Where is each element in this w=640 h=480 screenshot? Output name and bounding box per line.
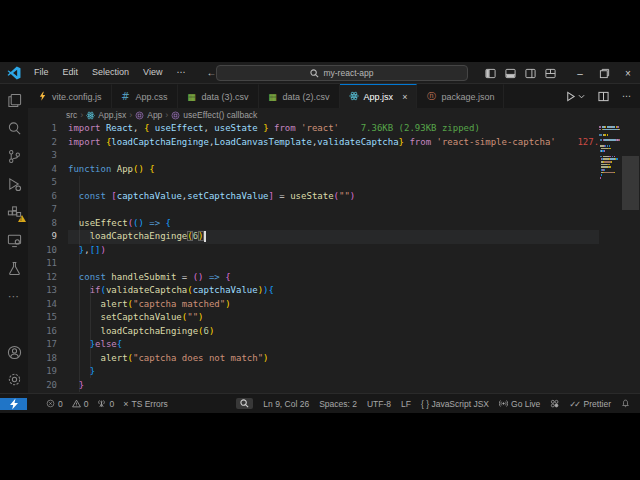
menu-selection[interactable]: Selection <box>85 62 136 83</box>
restore-button[interactable] <box>592 62 616 84</box>
activity-source-control-icon[interactable] <box>6 148 23 164</box>
notifications-bell[interactable] <box>621 399 630 408</box>
cursor-position-indicator[interactable]: Ln 9, Col 26 <box>263 399 309 409</box>
search-status[interactable] <box>236 398 253 409</box>
code-line-10[interactable]: },[]) <box>68 244 640 258</box>
line-number: 19 <box>28 365 68 379</box>
line-number: 3 <box>28 149 68 163</box>
go-live-button[interactable]: Go Live <box>499 399 540 409</box>
ports-indicator[interactable]: 0 <box>97 399 114 409</box>
tab-label: App.jsx <box>364 92 394 102</box>
menu-[interactable]: ⋯ <box>169 62 192 83</box>
tab-data-3-csv[interactable]: ▦data (3).csv <box>178 84 259 108</box>
more-actions-button[interactable]: ⋯ <box>622 91 632 101</box>
run-button[interactable] <box>565 91 585 102</box>
warnings-indicator[interactable]: 0 <box>72 399 89 409</box>
line-number: 14 <box>28 298 68 312</box>
run-and-debug <box>7 177 22 192</box>
code-line-5[interactable] <box>68 176 640 190</box>
tab-app-jsx[interactable]: App.jsx× <box>340 84 418 108</box>
warning-icon <box>72 399 81 408</box>
scrollbar-thumb[interactable] <box>622 156 639 210</box>
encoding-indicator[interactable]: UTF-8 <box>367 399 391 409</box>
errors-indicator[interactable]: 0 <box>46 399 63 409</box>
line-number: 4 <box>28 163 68 177</box>
line-number: 21 <box>28 392 68 393</box>
close-button[interactable]: × <box>616 62 640 84</box>
activity-run-and-debug-icon[interactable] <box>6 176 23 192</box>
ts-errors-indicator[interactable]: ×TS Errors <box>123 399 168 409</box>
code-line-8[interactable]: useEffect(() => { <box>68 217 640 231</box>
code-line-2[interactable]: import {loadCaptchaEnginge,LoadCanvasTem… <box>68 136 640 150</box>
toggle-secondary-sidebar-icon[interactable] <box>525 68 536 79</box>
menu-edit[interactable]: Edit <box>56 62 86 83</box>
nav-back-button[interactable]: ← <box>206 67 216 78</box>
code-line-13[interactable]: if(validateCaptcha(captchaValue)){ <box>68 284 640 298</box>
code-line-18[interactable]: alert("captcha does not match") <box>68 352 640 366</box>
activity-more-views-icon[interactable]: ⋯ <box>6 288 23 304</box>
activity-testing-icon[interactable] <box>6 260 23 276</box>
split-editor-icon[interactable] <box>598 91 609 102</box>
code-line-7[interactable] <box>68 203 640 217</box>
activity-settings-icon[interactable] <box>6 371 23 387</box>
code-line-19[interactable]: } <box>68 365 640 379</box>
code-line-16[interactable]: loadCaptchaEnginge(6) <box>68 325 640 339</box>
activity-remote-explorer-icon[interactable] <box>6 232 23 248</box>
activity-search-icon[interactable] <box>6 120 23 136</box>
code-line-1[interactable]: import React, { useEffect, useState } fr… <box>68 122 640 136</box>
scrollbar[interactable] <box>621 122 640 393</box>
customize-layout-icon[interactable] <box>545 68 556 79</box>
extension-grid-button[interactable] <box>550 399 559 408</box>
code-line-3[interactable] <box>68 149 640 163</box>
breadcrumb-item[interactable]: App.jsx <box>86 110 126 120</box>
activity-explorer-icon[interactable] <box>6 92 23 108</box>
more-icon: ⋯ <box>8 290 20 303</box>
code-line-4[interactable]: function App() { <box>68 163 640 177</box>
line-number: 17 <box>28 338 68 352</box>
error-icon <box>46 399 55 408</box>
minimize-button[interactable]: – <box>568 62 592 84</box>
code-line-15[interactable]: setCaptchaValue("") <box>68 311 640 325</box>
code-line-21[interactable] <box>68 392 640 393</box>
breadcrumb-item[interactable]: src <box>66 110 77 120</box>
activity-accounts-icon[interactable] <box>6 344 23 360</box>
code-line-17[interactable]: }else{ <box>68 338 640 352</box>
code-line-11[interactable] <box>68 257 640 271</box>
tab-package-json[interactable]: ⓝpackage.json <box>417 84 504 108</box>
code-line-12[interactable]: const handleSubmit = () => { <box>68 271 640 285</box>
code-line-14[interactable]: alert("captcha matched") <box>68 298 640 312</box>
code-line-9[interactable]: loadCaptchaEnginge(6) <box>68 230 640 244</box>
menu-file[interactable]: File <box>27 62 56 83</box>
prettier-indicator[interactable]: ✓✓Prettier <box>569 399 611 409</box>
code-area[interactable]: import React, { useEffect, useState } fr… <box>68 122 640 393</box>
line-number: 9 <box>28 230 68 244</box>
code-line-20[interactable]: } <box>68 379 640 393</box>
code-line-6[interactable]: const [captchaValue,setCaptchaValue] = u… <box>68 190 640 204</box>
symbol-icon <box>135 111 144 120</box>
activity-extensions-icon[interactable] <box>6 204 23 220</box>
minimap[interactable] <box>599 122 621 393</box>
toggle-panel-icon[interactable] <box>505 68 516 79</box>
breadcrumb-item[interactable]: App <box>135 110 162 120</box>
source-control <box>7 149 22 164</box>
line-number: 15 <box>28 311 68 325</box>
language-indicator[interactable]: { } JavaScript JSX <box>421 399 489 409</box>
toggle-sidebar-icon[interactable] <box>485 68 496 79</box>
eol-indicator[interactable]: LF <box>401 399 411 409</box>
tab-vite-config-js[interactable]: vite.config.js <box>28 84 112 108</box>
status-label: Ln 9, Col 26 <box>263 399 309 409</box>
menu-view[interactable]: View <box>136 62 169 83</box>
command-center-search[interactable]: my-react-app <box>216 65 468 81</box>
tab-data-2-csv[interactable]: ▦data (2).csv <box>259 84 340 108</box>
breadcrumb-label: src <box>66 110 77 120</box>
remote-indicator[interactable] <box>0 398 27 410</box>
close-tab-icon[interactable]: × <box>402 92 407 102</box>
chevron-right-icon: › <box>80 110 83 120</box>
line-number: 7 <box>28 203 68 217</box>
tab-app-css[interactable]: #App.css <box>112 84 178 108</box>
indentation-indicator[interactable]: Spaces: 2 <box>319 399 357 409</box>
status-label: Prettier <box>584 399 611 409</box>
code-editor[interactable]: 123456789101112131415161718192021 import… <box>28 122 640 393</box>
breadcrumb-item[interactable]: useEffect() callback <box>171 110 257 120</box>
tab-label: data (3).csv <box>202 92 249 102</box>
